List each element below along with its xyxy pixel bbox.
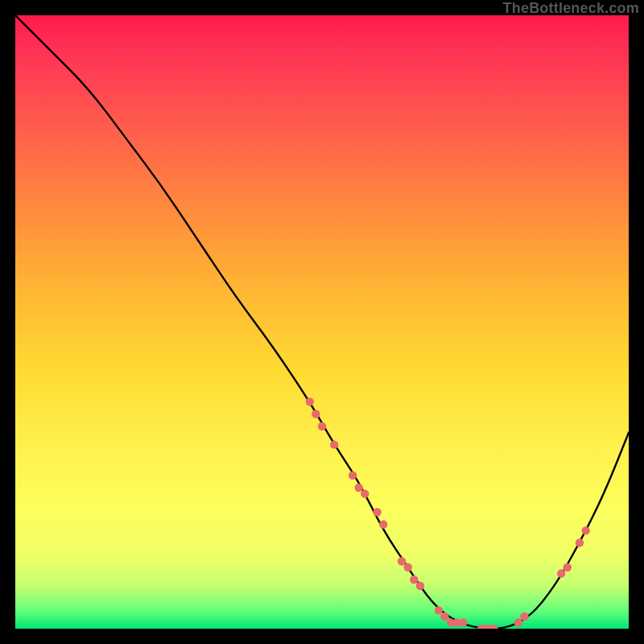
curve-marker (306, 398, 314, 406)
curve-marker (489, 625, 497, 629)
curve-marker (404, 564, 412, 572)
curve-marker (576, 539, 584, 547)
curve-marker (318, 422, 326, 430)
curve-marker (410, 576, 418, 584)
curve-marker (416, 582, 424, 590)
curve-marker (564, 564, 572, 572)
bottleneck-curve (15, 15, 629, 629)
curve-marker (582, 526, 590, 535)
curve-marker (435, 606, 443, 614)
bottleneck-chart (15, 15, 629, 629)
attribution-text: TheBottleneck.com (503, 0, 639, 17)
curve-marker (440, 613, 448, 621)
curve-marker (312, 410, 320, 418)
curve-marker (361, 489, 369, 497)
curve-marker (459, 618, 467, 626)
curve-marker (557, 569, 565, 577)
curve-marker (514, 618, 522, 626)
curve-marker (398, 557, 406, 565)
chart-area (15, 15, 629, 629)
curve-marker (379, 520, 387, 528)
curve-marker (355, 484, 363, 492)
curve-marker (520, 613, 528, 621)
curve-marker (349, 471, 357, 479)
curve-marker (373, 508, 381, 516)
curve-marker (330, 440, 338, 448)
